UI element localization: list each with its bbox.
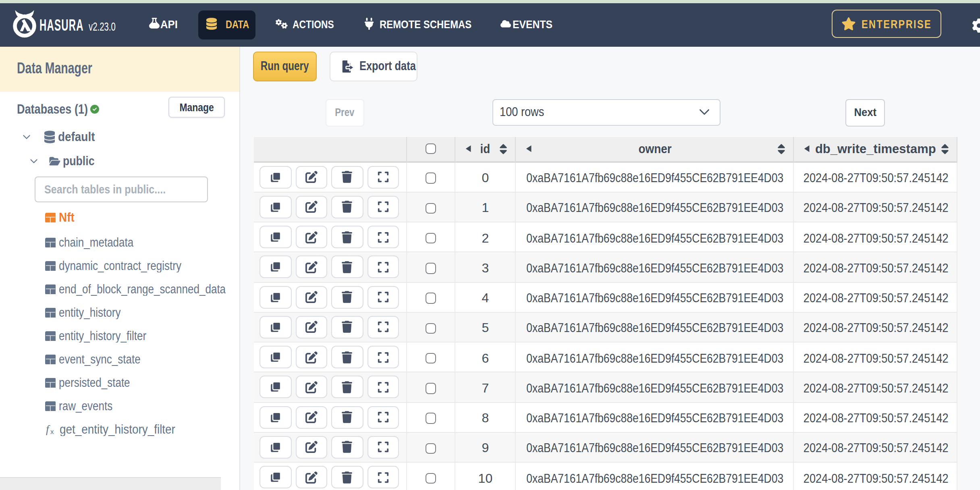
svg-text:f: f [46, 424, 50, 435]
svg-text:x: x [50, 428, 54, 435]
